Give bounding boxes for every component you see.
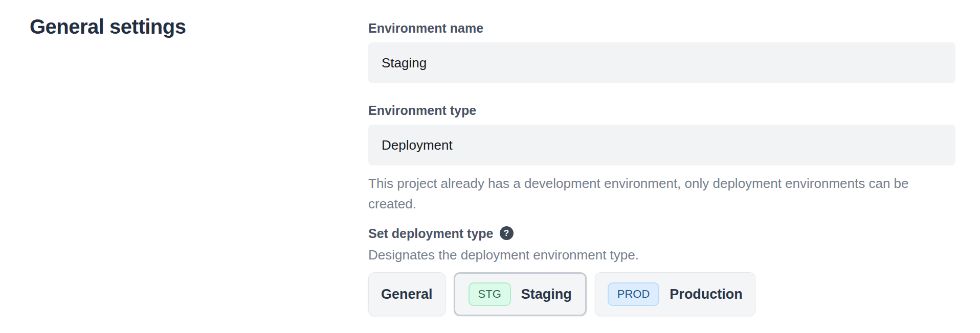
environment-name-label: Environment name bbox=[368, 21, 955, 35]
option-label: General bbox=[381, 288, 433, 301]
deployment-type-description: Designates the deployment environment ty… bbox=[368, 246, 955, 264]
environment-settings-page: General settings Environment name Enviro… bbox=[0, 0, 980, 333]
page-title: General settings bbox=[30, 15, 186, 38]
deployment-type-options: General STG Staging PROD Production bbox=[368, 272, 955, 316]
deployment-type-option-production[interactable]: PROD Production bbox=[595, 272, 755, 316]
spacer bbox=[368, 214, 955, 226]
environment-type-input[interactable] bbox=[368, 125, 955, 165]
option-label: Production bbox=[670, 288, 743, 301]
deployment-type-option-general[interactable]: General bbox=[368, 272, 446, 316]
environment-type-label: Environment type bbox=[368, 104, 955, 117]
environment-type-help-text: This project already has a development e… bbox=[368, 173, 955, 214]
option-label: Staging bbox=[521, 288, 572, 301]
prod-badge: PROD bbox=[608, 282, 660, 306]
question-mark-icon[interactable]: ? bbox=[500, 226, 514, 240]
set-deployment-type-label: Set deployment type bbox=[368, 227, 494, 240]
deployment-type-option-staging[interactable]: STG Staging bbox=[454, 272, 587, 316]
environment-name-input[interactable] bbox=[368, 42, 955, 83]
stg-badge: STG bbox=[469, 282, 511, 306]
deployment-type-label-row: Set deployment type ? bbox=[368, 226, 955, 240]
settings-form: Environment name Environment type This p… bbox=[368, 21, 955, 316]
spacer bbox=[368, 83, 955, 104]
